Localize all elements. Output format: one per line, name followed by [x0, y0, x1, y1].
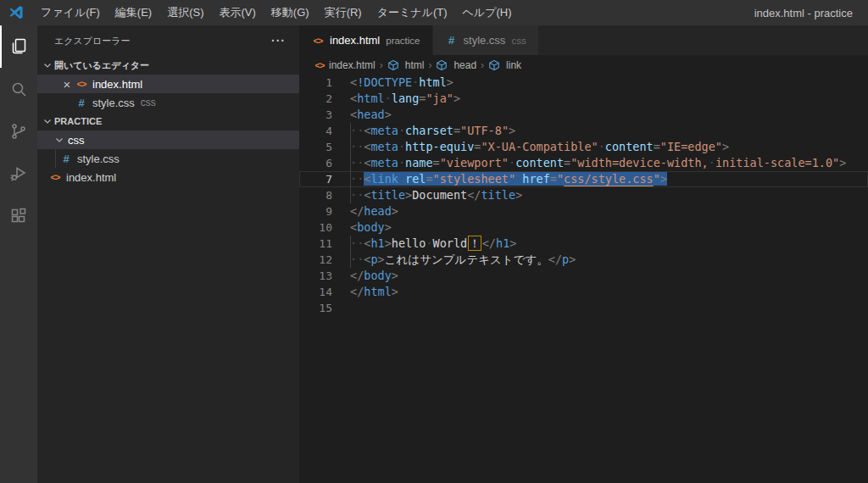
breadcrumb-label: index.html: [329, 59, 376, 71]
code-text: ··<meta·name="viewport"·content="width=d…: [350, 155, 846, 171]
code-line-13[interactable]: 13</body>: [299, 268, 868, 284]
editor-group: <>index.htmlpractice#style.csscss <>inde…: [299, 25, 868, 483]
tab-description: practice: [386, 36, 420, 46]
window-title: index.html - practice: [754, 7, 868, 19]
activity-run-debug[interactable]: [0, 153, 37, 195]
html-file-icon: <>: [311, 36, 325, 46]
open-editor-style-css[interactable]: #style.csscss: [37, 93, 299, 112]
code-line-9[interactable]: 9</head>: [299, 203, 868, 219]
tab-description: css: [511, 36, 526, 46]
vscode-logo-icon: [8, 4, 25, 21]
source-control-icon: [8, 121, 29, 142]
activity-search[interactable]: [0, 68, 37, 110]
line-number[interactable]: 8: [299, 187, 332, 203]
line-number[interactable]: 9: [299, 203, 332, 219]
tree-index-html[interactable]: <>index.html: [37, 168, 299, 186]
line-number[interactable]: 12: [299, 252, 332, 268]
breadcrumb-item-head[interactable]: head: [436, 59, 476, 71]
code-text: ··<link·rel="stylesheet"·href="css/style…: [350, 171, 667, 187]
menu-run[interactable]: 実行(R): [317, 0, 370, 25]
sidebar-header: エクスプローラー ···: [37, 25, 299, 56]
line-number[interactable]: 6: [299, 155, 332, 171]
item-label: PRACTICE: [54, 116, 102, 126]
code-line-14[interactable]: 14</html>: [299, 284, 868, 300]
code-text: <head>: [350, 107, 392, 123]
code-text: ··<p>これはサンプルテキストです。</p>: [350, 252, 576, 268]
line-number[interactable]: 3: [299, 107, 332, 123]
tab-label: style.css: [464, 34, 506, 47]
symbol-cube-icon: [387, 59, 403, 71]
files-icon: [8, 36, 29, 57]
open-editor-index-html[interactable]: ×<>index.html: [37, 75, 299, 93]
code-text: ··<meta·charset="UTF-8">: [350, 123, 515, 139]
code-editor[interactable]: 1<!DOCTYPE·html>2<html·lang="ja">3<head>…: [299, 75, 868, 483]
code-line-4[interactable]: 4··<meta·charset="UTF-8">: [299, 123, 868, 139]
breadcrumb-separator: ›: [380, 59, 383, 71]
menu-selection[interactable]: 選択(S): [159, 0, 211, 25]
menu-terminal[interactable]: ターミナル(T): [370, 0, 455, 25]
folder-css[interactable]: css: [37, 130, 299, 149]
code-line-6[interactable]: 6··<meta·name="viewport"·content="width=…: [299, 155, 868, 171]
code-line-11[interactable]: 11··<h1>hello·World！</h1>: [299, 236, 868, 252]
code-line-12[interactable]: 12··<p>これはサンプルテキストです。</p>: [299, 252, 868, 268]
code-text: </body>: [350, 268, 398, 284]
close-icon[interactable]: ×: [59, 78, 75, 91]
code-text: </head>: [350, 203, 398, 219]
line-number[interactable]: 13: [299, 268, 332, 284]
code-line-1[interactable]: 1<!DOCTYPE·html>: [299, 75, 868, 91]
html-file-icon: <>: [48, 172, 62, 182]
tab-style-css[interactable]: #style.csscss: [433, 25, 539, 55]
code-line-2[interactable]: 2<html·lang="ja">: [299, 91, 868, 107]
ellipsis-icon[interactable]: ···: [271, 34, 286, 47]
breadcrumb-item-link[interactable]: link: [488, 59, 521, 71]
code-line-3[interactable]: 3<head>: [299, 107, 868, 123]
menu-file[interactable]: ファイル(F): [33, 0, 108, 25]
line-number[interactable]: 15: [299, 300, 332, 316]
line-number[interactable]: 4: [299, 123, 332, 139]
chevron-down-icon: [41, 114, 54, 128]
code-text: <body>: [350, 219, 392, 236]
line-number[interactable]: 5: [299, 139, 332, 155]
breadcrumb-label: link: [506, 59, 521, 71]
debug-icon: [8, 164, 29, 184]
code-text: ··<title>Document</title>: [350, 187, 522, 203]
chevron-down-icon: [53, 133, 66, 147]
activity-source-control[interactable]: [0, 110, 37, 153]
html-file-icon: <>: [313, 60, 326, 70]
code-line-7[interactable]: 7··<link·rel="stylesheet"·href="css/styl…: [299, 171, 868, 187]
tab-index-html[interactable]: <>index.htmlpractice: [299, 25, 433, 55]
activity-extensions[interactable]: [0, 195, 37, 237]
workspace-practice-header[interactable]: PRACTICE: [37, 112, 299, 130]
code-line-15[interactable]: 15: [299, 300, 868, 316]
sidebar-title: エクスプローラー: [54, 35, 131, 47]
breadcrumb-label: head: [453, 59, 476, 71]
line-number[interactable]: 7: [299, 171, 332, 187]
code-line-8[interactable]: 8··<title>Document</title>: [299, 187, 868, 203]
code-text: ··<meta·http-equiv="X-UA-Compatible"·con…: [350, 139, 729, 155]
explorer-sidebar: エクスプローラー ··· 開いているエディター×<>index.html#sty…: [37, 25, 299, 483]
explorer-tree: 開いているエディター×<>index.html#style.csscssPRAC…: [37, 56, 299, 186]
activity-explorer[interactable]: [0, 25, 37, 68]
css-file-icon: #: [59, 153, 73, 165]
line-number[interactable]: 14: [299, 284, 332, 300]
code-line-5[interactable]: 5··<meta·http-equiv="X-UA-Compatible"·co…: [299, 139, 868, 155]
line-number[interactable]: 2: [299, 91, 332, 107]
vscode-window: ファイル(F)編集(E)選択(S)表示(V)移動(G)実行(R)ターミナル(T)…: [0, 0, 868, 483]
menu-view[interactable]: 表示(V): [212, 0, 264, 25]
breadcrumb-item-index.html[interactable]: <>index.html: [313, 59, 376, 71]
menu-edit[interactable]: 編集(E): [108, 0, 159, 25]
menu-help[interactable]: ヘルプ(H): [455, 0, 520, 25]
tab-label: index.html: [330, 34, 380, 47]
line-number[interactable]: 11: [299, 236, 332, 252]
line-number[interactable]: 10: [299, 219, 332, 236]
extensions-icon: [8, 206, 29, 226]
item-label: 開いているエディター: [54, 59, 149, 72]
code-line-10[interactable]: 10<body>: [299, 219, 868, 236]
open-editors-header[interactable]: 開いているエディター: [37, 56, 299, 75]
tree-style-css[interactable]: #style.css: [37, 149, 299, 168]
line-number[interactable]: 1: [299, 75, 332, 91]
menu-go[interactable]: 移動(G): [264, 0, 317, 25]
breadcrumb-item-html[interactable]: html: [387, 59, 425, 71]
code-text: <html·lang="ja">: [350, 91, 460, 107]
css-file-icon: #: [75, 97, 88, 109]
